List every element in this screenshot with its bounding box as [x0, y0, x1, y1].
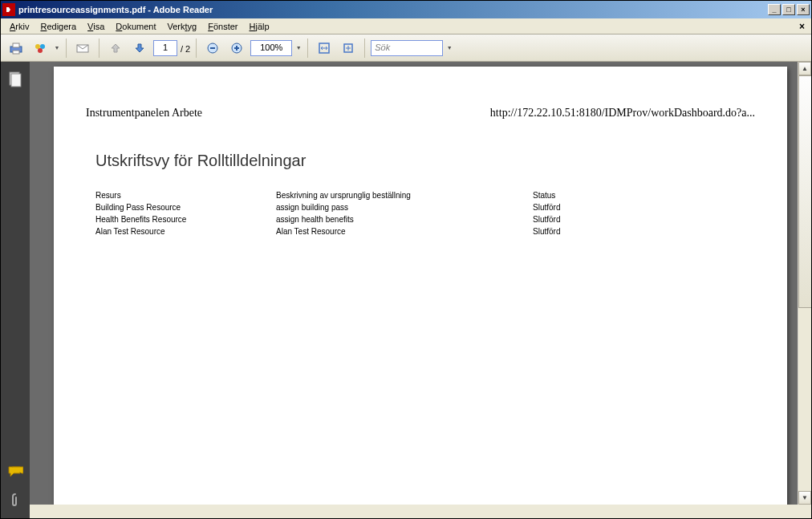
adobe-reader-icon [2, 3, 15, 16]
svg-point-6 [38, 48, 43, 53]
scroll-down-button[interactable]: ▼ [798, 491, 811, 505]
zoom-in-button[interactable] [226, 38, 247, 59]
table-row: Alan Test Resource Alan Test Resource Sl… [95, 225, 755, 237]
print-button[interactable] [6, 38, 26, 59]
pdf-page: Instrumentpanelen Arbete http://172.22.1… [54, 67, 787, 513]
vertical-scrollbar[interactable]: ▲ ▼ [798, 62, 811, 518]
menu-hjalp[interactable]: Hjälp [243, 20, 274, 33]
doc-title: Utskriftsvy för Rolltilldelningar [95, 152, 755, 170]
toolbar-separator [307, 39, 308, 58]
col-header-beskrivning: Beskrivning av ursprunglig beställning [276, 189, 533, 201]
minimize-button[interactable]: _ [768, 4, 781, 15]
scrollbar-corner [798, 505, 811, 518]
content-area: Instrumentpanelen Arbete http://172.22.1… [1, 62, 811, 518]
svg-point-4 [35, 44, 40, 49]
menu-visa[interactable]: Visa [82, 20, 110, 33]
sidebar [1, 62, 30, 518]
prev-page-button[interactable] [105, 38, 126, 59]
svg-rect-2 [13, 43, 19, 47]
menu-dokument[interactable]: Dokument [110, 20, 161, 33]
toolbar: ▼ 1 / 2 100% ▼ Sök ▼ [1, 34, 811, 62]
maximize-button[interactable]: □ [782, 4, 795, 15]
menubar: Arkiv Redigera Visa Dokument Verktyg Fön… [1, 18, 811, 34]
toolbar-separator [66, 39, 67, 58]
svg-rect-16 [11, 74, 21, 87]
collaborate-button[interactable] [30, 38, 51, 59]
horizontal-scrollbar-track [30, 505, 798, 518]
fit-width-button[interactable] [314, 38, 335, 59]
window-title: printresourceassignments.pdf - Adobe Rea… [18, 5, 766, 14]
close-button[interactable]: × [797, 4, 810, 15]
zoom-level-input[interactable]: 100% [250, 40, 292, 56]
zoom-dropdown-caret-icon[interactable]: ▼ [295, 45, 302, 51]
col-header-status: Status [533, 189, 629, 201]
page-total-label: / 2 [181, 43, 190, 54]
toolbar-separator [196, 39, 197, 58]
doc-header-left: Instrumentpanelen Arbete [86, 107, 202, 120]
window-titlebar: printresourceassignments.pdf - Adobe Rea… [1, 1, 811, 18]
col-header-resurs: Resurs [95, 189, 276, 201]
doc-table: Resurs Beskrivning av ursprunglig bestäl… [95, 189, 755, 237]
menubar-close-icon[interactable]: × [796, 21, 808, 32]
menu-fonster[interactable]: Fönster [202, 20, 243, 33]
search-dropdown-caret-icon[interactable]: ▼ [446, 45, 453, 51]
table-row: Health Benefits Resource assign health b… [95, 213, 755, 225]
doc-header-right: http://172.22.10.51:8180/IDMProv/workDas… [490, 107, 755, 120]
svg-rect-9 [210, 47, 215, 49]
search-input[interactable]: Sök [371, 40, 443, 56]
pages-panel-button[interactable] [6, 70, 25, 89]
svg-rect-3 [13, 51, 19, 54]
comments-panel-button[interactable] [6, 462, 25, 481]
toolbar-separator [364, 39, 365, 58]
dropdown-caret-icon[interactable]: ▼ [54, 45, 60, 51]
next-page-button[interactable] [129, 38, 150, 59]
toolbar-separator [99, 39, 99, 58]
menu-verktyg[interactable]: Verktyg [161, 20, 202, 33]
zoom-out-button[interactable] [202, 38, 223, 59]
scroll-up-button[interactable]: ▲ [798, 62, 811, 75]
fit-page-button[interactable] [338, 38, 359, 59]
current-page-input[interactable]: 1 [153, 40, 177, 56]
document-viewport: Instrumentpanelen Arbete http://172.22.1… [30, 62, 811, 518]
attachments-panel-button[interactable] [6, 491, 25, 510]
envelope-button[interactable] [72, 38, 93, 59]
menu-arkiv[interactable]: Arkiv [4, 20, 35, 33]
table-header-row: Resurs Beskrivning av ursprunglig bestäl… [95, 189, 755, 201]
scroll-thumb[interactable] [798, 75, 811, 308]
svg-rect-12 [236, 46, 238, 51]
table-row: Building Pass Resource assign building p… [95, 201, 755, 213]
menu-redigera[interactable]: Redigera [35, 20, 82, 33]
svg-point-5 [40, 44, 45, 49]
